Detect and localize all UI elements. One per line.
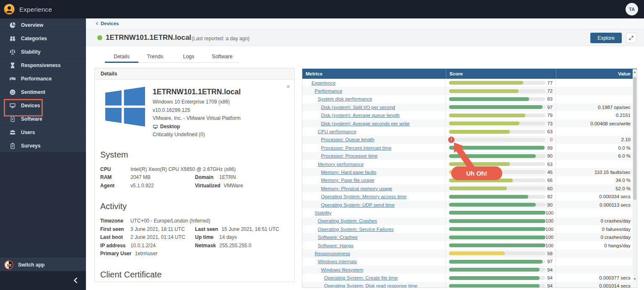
metric-link[interactable]: Software: Crashes [318, 235, 358, 240]
metric-link[interactable]: Experience [312, 80, 336, 85]
metric-link[interactable]: Processor: Percent interrupt time [321, 145, 392, 150]
field-value: 2047 MB [130, 174, 151, 180]
field-label: First seen [100, 226, 130, 232]
sidebar-item-overview[interactable]: Overview [0, 18, 86, 32]
score-value: 100 [545, 235, 556, 240]
switch-app-button[interactable]: 1 E Switch app [0, 258, 86, 272]
scrollbar-down-icon[interactable] [634, 278, 636, 280]
metric-link[interactable]: Disk (system): Average queue length [321, 113, 400, 118]
sidebar-item-label: Software [21, 116, 42, 122]
scrollbar-thumb[interactable] [633, 77, 636, 200]
hourglass-icon [9, 62, 16, 69]
metric-row: Performance 72 [302, 87, 637, 95]
field-value: VMWare [223, 183, 243, 189]
sidebar-item-surveys[interactable]: Surveys [0, 139, 86, 153]
details-panel: Details 1ETRNW101.1ETRN.local Windows 10… [94, 68, 295, 282]
breadcrumb-back-link[interactable]: Devices [96, 21, 119, 26]
windows-logo-icon [105, 87, 145, 127]
metric-link[interactable]: Operating System: Service Failures [318, 227, 394, 232]
sidebar-item-stability[interactable]: Stability [0, 45, 86, 59]
value-column-header: Value [556, 69, 637, 79]
collapse-sidebar-icon[interactable] [73, 277, 79, 284]
score-bar [449, 203, 545, 207]
scrollbar-up-icon[interactable] [634, 71, 636, 73]
metric-link[interactable]: Memory: Hard page faults [321, 170, 377, 175]
sidebar-item-categories[interactable]: Categories [0, 32, 86, 45]
detail-row: First seen3 June 2021, 18:11 UTC Last se… [100, 226, 294, 235]
sidebar-item-label: Surveys [21, 143, 41, 149]
metric-link[interactable]: System disk performance [318, 96, 372, 101]
score-bar [449, 186, 545, 190]
detail-row: Last boot2 June 2021, 01:14 UTC Up time1… [100, 234, 294, 243]
metric-link[interactable]: Operating System: Memory access time [321, 194, 407, 199]
metric-value: 0.00408 secs/write [556, 121, 637, 126]
score-value: 100 [545, 218, 556, 223]
metric-row: CPU performance 63 [302, 127, 637, 135]
score-column-header: Score [446, 69, 556, 79]
sidebar-item-users[interactable]: Users [0, 126, 86, 139]
tab-software[interactable]: Software [205, 52, 239, 62]
metric-link[interactable]: Software: Hangs [318, 243, 353, 248]
device-name: 1ETRNW101.1ETRN.local [153, 87, 241, 97]
score-value: 60 [545, 186, 556, 191]
details-section: Activity TimezoneUTC+00 - Europe/London … [95, 202, 294, 259]
tab-details[interactable]: Details [105, 52, 138, 62]
details-panel-header: Details [95, 68, 294, 80]
clipboard-icon [9, 142, 16, 149]
tab-trends[interactable]: Trends [138, 52, 172, 62]
sidebar-item-devices[interactable]: Devices [0, 99, 86, 112]
sidebar-item-software[interactable]: Software [0, 112, 86, 126]
section-heading: System [100, 150, 294, 160]
score-value: 63 [545, 129, 556, 134]
device-os-version: v10.0.16299.125 [153, 106, 241, 115]
field-value: 255.255.255.0 [219, 243, 252, 249]
user-avatar[interactable]: TA [626, 3, 638, 16]
metric-link[interactable]: Disk (system): Split I/O per second [321, 105, 395, 110]
score-value: 77 [545, 80, 556, 85]
metric-row: Memory performance 63 [302, 160, 637, 168]
expand-button[interactable] [626, 33, 636, 43]
metric-value: 34.0 % [556, 178, 637, 183]
metric-row: Memory: Hard page faults 45 110.15 fault… [302, 168, 637, 176]
metric-link[interactable]: Windows internals [318, 259, 357, 264]
sidebar-item-performance[interactable]: Performance [0, 72, 86, 85]
score-bar [449, 122, 545, 125]
metric-value: 0 hangs/day [556, 243, 637, 248]
metric-link[interactable]: Responsiveness [315, 251, 350, 256]
metric-link[interactable]: Performance [315, 88, 343, 93]
score-bar [449, 211, 545, 215]
metric-link[interactable]: Windows filesystem [321, 267, 364, 272]
metric-value: 0.1987 ops/sec [556, 105, 637, 110]
metric-link[interactable]: Operating System: Disk read response tim… [324, 283, 417, 287]
explore-button[interactable]: Explore [590, 33, 622, 43]
score-bar [449, 114, 545, 117]
sidebar-item-responsiveness[interactable]: Responsiveness [0, 59, 86, 72]
metric-link[interactable]: Memory: Page file usage [321, 178, 374, 183]
metric-link[interactable]: Processor: Processor time [321, 153, 378, 158]
metric-link[interactable]: Memory performance [318, 162, 364, 167]
metric-link[interactable]: Stability [315, 210, 332, 215]
metric-link[interactable]: Operating System: Crashes [318, 218, 377, 223]
metrics-scrollbar[interactable] [633, 69, 637, 282]
score-bar [449, 243, 545, 247]
score-value: 82 [545, 194, 556, 199]
tab-logs[interactable]: Logs [172, 52, 205, 62]
device-header: 1ETRNW101.1ETRN.local (Last reported: a … [86, 29, 644, 46]
score-bar [449, 179, 545, 182]
score-value: 0 [545, 137, 556, 142]
field-value: 1etrn\user [135, 251, 158, 256]
field-value: 2 June 2021, 01:14 UTC [130, 234, 185, 240]
metric-value: 0.000377 secs [556, 275, 637, 280]
metric-link[interactable]: Memory: Physical memory usage [321, 186, 392, 191]
metric-value: 0.001014 secs [556, 283, 637, 287]
breadcrumb-bar: Devices [86, 18, 644, 29]
metric-link[interactable]: Operating System: UDP send time [321, 202, 395, 207]
metric-row: Memory: Physical memory usage 60 52.0 % [302, 184, 637, 192]
score-bar [449, 97, 545, 101]
metric-link[interactable]: Disk (system): Average seconds per write [321, 121, 410, 126]
metric-link[interactable]: Processor: Queue length [321, 137, 374, 142]
metric-link[interactable]: Operating System: Create file time [324, 275, 398, 280]
metric-link[interactable]: CPU performance [318, 129, 356, 134]
sidebar-item-sentiment[interactable]: Sentiment [0, 85, 86, 99]
score-value: 100 [545, 243, 556, 248]
